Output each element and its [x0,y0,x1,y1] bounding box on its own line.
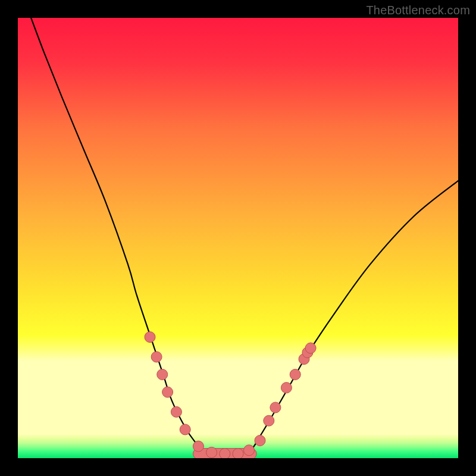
curve-marker [151,352,162,362]
curve-marker [264,415,274,426]
chart-stage: TheBottleneck.com [0,0,476,476]
curve-marker [305,343,316,353]
curve-marker [171,406,181,417]
curve-marker [244,445,255,456]
watermark-text: TheBottleneck.com [366,4,470,17]
curve-marker [290,369,300,380]
curve-marker [180,424,190,435]
curve-marker [145,332,155,343]
bottleneck-chart [0,0,476,476]
curve-marker [157,369,168,380]
curve-marker [255,435,265,446]
curve-marker [270,402,281,413]
curve-marker [233,449,243,459]
curve-marker [206,447,217,458]
curve-marker [220,449,230,459]
curve-marker [281,383,292,393]
curve-marker [193,441,203,452]
curve-marker [162,387,173,397]
